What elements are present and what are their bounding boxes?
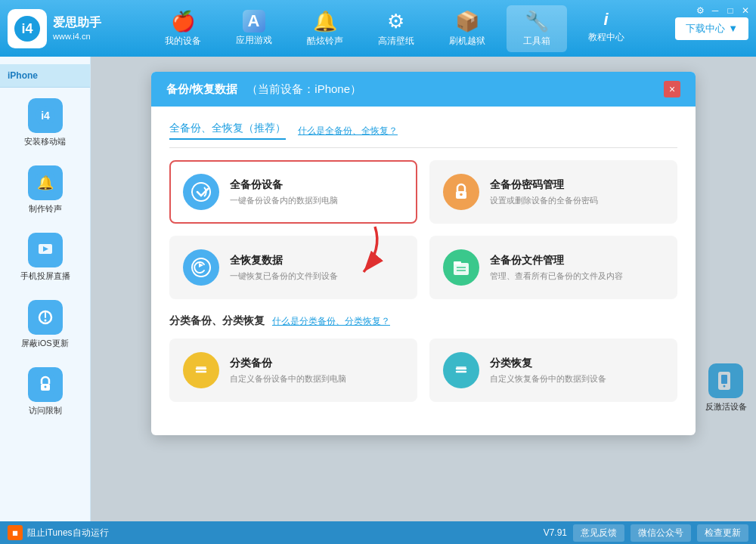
download-label: 下载中心 [686,22,725,36]
maximize-icon[interactable]: □ [723,4,737,17]
tutorials-icon: i [604,10,609,29]
full-backup-password-text: 全备份密码管理 设置或删除设备的全备份密码 [490,178,598,206]
svg-point-28 [192,361,210,379]
ringtone-icon: 🔔 [28,165,63,200]
app-games-label: 应用游戏 [236,34,272,47]
svg-rect-25 [454,261,461,264]
svg-text:🔔: 🔔 [37,175,54,191]
full-backup-password-desc: 设置或删除设备的全备份密码 [490,195,598,206]
full-restore-title: 全恢复数据 [230,254,338,267]
nav-app-games[interactable]: A 应用游戏 [222,5,286,52]
modal-device-label: （当前设备：iPhone） [246,82,361,95]
nav-jailbreak[interactable]: 📦 刷机越狱 [435,5,499,52]
tab-full-backup[interactable]: 全备份、全恢复（推荐） [169,122,286,140]
content-area: 反激活设备 备份/恢复数据 （当前设备：iPhone） × 全备 [91,57,756,521]
svg-point-21 [460,193,463,196]
sidebar-item-ringtone[interactable]: 🔔 制作铃声 [11,159,79,221]
modal-body: 全备份、全恢复（推荐） 什么是全备份、全恢复？ [151,107,696,435]
full-backup-device-text: 全备份设备 一键备份设备内的数据到电脑 [230,178,338,206]
svg-text:i4: i4 [41,110,50,122]
wallpaper-icon: ⚙ [387,10,404,33]
ios-update-label: 屏蔽iOS更新 [21,338,68,349]
modal-tabs: 全备份、全恢复（推荐） 什么是全备份、全恢复？ [169,122,677,148]
access-limit-label: 访问限制 [29,405,62,416]
full-backup-password-title: 全备份密码管理 [490,178,598,192]
category-backup-text: 分类备份 自定义备份设备中的数据到电脑 [230,357,346,385]
install-app-icon: i4 [28,98,63,133]
nav-toolbox[interactable]: 🔧 工具箱 [507,5,567,52]
nav-wallpaper[interactable]: ⚙ 高清壁纸 [364,5,428,52]
card-category-backup[interactable]: 分类备份 自定义备份设备中的数据到电脑 [169,338,417,402]
status-right: V7.91 意见反馈 微信公众号 检查更新 [544,524,748,542]
card-full-restore[interactable]: 全恢复数据 一键恢复已备份的文件到设备 [169,236,417,299]
stop-icon: ⏹ [8,525,23,540]
nav-tutorials[interactable]: i 教程中心 [575,5,638,52]
sidebar-item-screen-live[interactable]: 手机投屏直播 [11,227,79,288]
screen-live-icon [28,233,63,267]
nav-ringtones[interactable]: 🔔 酷炫铃声 [293,5,357,52]
category-grid: 分类备份 自定义备份设备中的数据到电脑 [169,338,677,402]
sidebar-item-ios-update[interactable]: 屏蔽iOS更新 [11,294,79,355]
sidebar-item-access-limit[interactable]: 访问限制 [11,361,79,422]
feedback-button[interactable]: 意见反馈 [573,524,624,542]
install-app-label: 安装移动端 [24,136,66,147]
full-backup-device-icon [183,174,219,210]
tab-what-is-full[interactable]: 什么是全备份、全恢复？ [298,125,398,138]
window-controls: ⚙ ─ □ ✕ [693,4,752,17]
card-full-backup-device[interactable]: 全备份设备 一键备份设备内的数据到电脑 [169,160,417,224]
status-left: ⏹ 阻止iTunes自动运行 [8,525,109,540]
full-backup-grid: 全备份设备 一键备份设备内的数据到电脑 [169,160,677,299]
minimize-icon[interactable]: ─ [708,4,722,17]
ringtones-label: 酷炫铃声 [307,35,343,48]
modal-title: 备份/恢复数据 （当前设备：iPhone） [166,82,361,97]
jailbreak-icon: 📦 [455,10,479,33]
category-backup-desc: 自定义备份设备中的数据到电脑 [230,373,346,385]
full-backup-device-desc: 一键备份设备内的数据到电脑 [230,195,338,206]
version-label: V7.91 [544,527,567,538]
statusbar: ⏹ 阻止iTunes自动运行 V7.91 意见反馈 微信公众号 检查更新 [0,521,756,544]
backup-restore-modal: 备份/恢复数据 （当前设备：iPhone） × 全备份、全恢复（推荐） 什么是全… [151,72,696,435]
my-device-icon: 🍎 [171,10,195,33]
category-restore-text: 分类恢复 自定义恢复备份中的数据到设备 [490,357,606,385]
card-category-restore[interactable]: 分类恢复 自定义恢复备份中的数据到设备 [429,338,677,402]
tutorials-label: 教程中心 [588,31,624,44]
card-full-backup-password[interactable]: 全备份密码管理 设置或删除设备的全备份密码 [429,160,677,224]
screen-live-label: 手机投屏直播 [20,270,70,282]
category-backup-icon [183,352,219,388]
full-file-manager-title: 全备份文件管理 [490,254,623,267]
full-file-manager-desc: 管理、查看所有已备份的文件及内容 [490,270,623,282]
full-backup-password-icon [443,174,479,210]
sidebar-item-install-app[interactable]: i4 安装移动端 [11,92,79,153]
stop-itunes-label: 阻止iTunes自动运行 [27,527,109,539]
nav-my-device[interactable]: 🍎 我的设备 [151,5,215,52]
svg-point-15 [44,386,46,388]
full-file-manager-icon [443,249,479,286]
svg-rect-24 [454,263,469,275]
full-restore-desc: 一键恢复已备份的文件到设备 [230,270,338,282]
modal-close-button[interactable]: × [664,81,680,97]
svg-point-12 [44,320,46,322]
settings-icon[interactable]: ⚙ [693,4,707,17]
category-restore-desc: 自定义恢复备份中的数据到设备 [490,373,606,385]
logo-text: 爱思助手 www.i4.cn [53,14,101,43]
category-section-header: 分类备份、分类恢复 什么是分类备份、分类恢复？ [169,314,677,328]
category-restore-icon [443,352,479,388]
my-device-label: 我的设备 [165,35,201,48]
sidebar-device-label: iPhone [0,64,90,88]
logo-area: i4 爱思助手 www.i4.cn [8,9,113,48]
category-what-is-link[interactable]: 什么是分类备份、分类恢复？ [272,315,390,328]
wallpaper-label: 高清壁纸 [378,35,414,48]
app-subtitle: www.i4.cn [53,31,101,42]
wechat-button[interactable]: 微信公众号 [631,524,691,542]
app-title: 爱思助手 [53,14,101,31]
update-button[interactable]: 检查更新 [697,524,748,542]
modal-header: 备份/恢复数据 （当前设备：iPhone） × [151,72,696,107]
full-backup-device-title: 全备份设备 [230,178,338,192]
close-icon[interactable]: ✕ [739,4,752,17]
full-restore-icon [183,249,219,286]
ringtones-icon: 🔔 [313,10,337,33]
card-full-file-manager[interactable]: 全备份文件管理 管理、查看所有已备份的文件及内容 [429,236,677,299]
svg-point-19 [192,183,210,201]
download-button[interactable]: 下载中心 ▼ [675,17,748,40]
nav-items: 🍎 我的设备 A 应用游戏 🔔 酷炫铃声 ⚙ 高清壁纸 📦 刷机越狱 🔧 工具箱… [113,5,675,52]
